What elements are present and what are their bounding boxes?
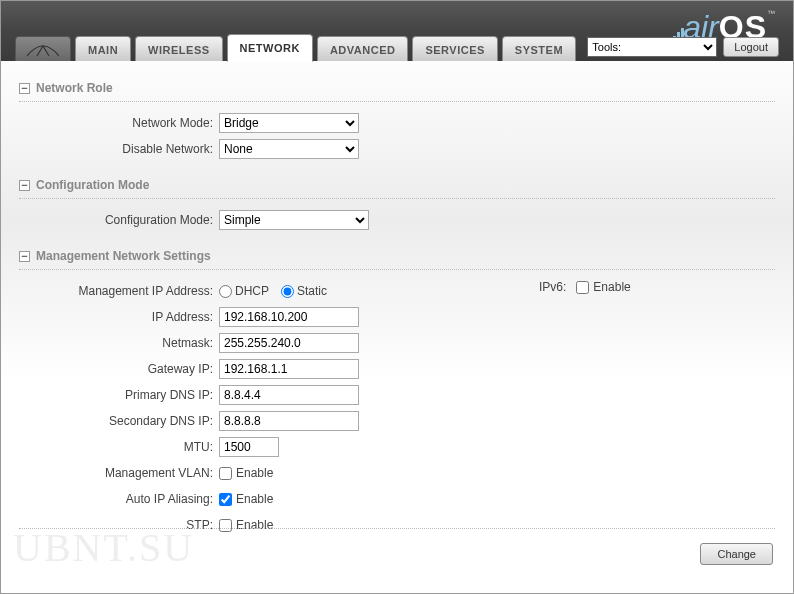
stp-enable-text: Enable bbox=[236, 518, 273, 532]
ip-address-label: IP Address: bbox=[19, 310, 219, 324]
dhcp-text: DHCP bbox=[235, 284, 269, 298]
collapse-icon[interactable]: − bbox=[19, 180, 30, 191]
auto-ip-label: Auto IP Aliasing: bbox=[19, 492, 219, 506]
dns1-input[interactable] bbox=[219, 385, 359, 405]
tab-row: MAIN WIRELESS NETWORK ADVANCED SERVICES … bbox=[15, 34, 580, 62]
static-radio-label[interactable]: Static bbox=[281, 284, 327, 298]
stp-label: STP: bbox=[19, 518, 219, 532]
dhcp-radio-label[interactable]: DHCP bbox=[219, 284, 269, 298]
bottom-divider bbox=[19, 528, 775, 529]
config-mode-label: Configuration Mode: bbox=[19, 213, 219, 227]
section-title: Management Network Settings bbox=[36, 249, 211, 263]
antenna-icon bbox=[27, 42, 59, 58]
section-management-header: − Management Network Settings bbox=[19, 249, 775, 263]
config-mode-select[interactable]: Simple bbox=[219, 210, 369, 230]
tools-select[interactable]: Tools: bbox=[587, 37, 717, 57]
section-divider bbox=[19, 269, 775, 270]
gateway-label: Gateway IP: bbox=[19, 362, 219, 376]
dns2-label: Secondary DNS IP: bbox=[19, 414, 219, 428]
section-config-mode-header: − Configuration Mode bbox=[19, 178, 775, 192]
change-button[interactable]: Change bbox=[700, 543, 773, 565]
tab-services[interactable]: SERVICES bbox=[412, 36, 497, 62]
auto-ip-enable-text: Enable bbox=[236, 492, 273, 506]
section-divider bbox=[19, 101, 775, 102]
network-mode-label: Network Mode: bbox=[19, 116, 219, 130]
tab-network[interactable]: NETWORK bbox=[227, 34, 313, 62]
mtu-label: MTU: bbox=[19, 440, 219, 454]
static-radio[interactable] bbox=[281, 285, 294, 298]
section-divider bbox=[19, 198, 775, 199]
disable-network-select[interactable]: None bbox=[219, 139, 359, 159]
tab-advanced[interactable]: ADVANCED bbox=[317, 36, 409, 62]
header-bar: airOS™ MAIN WIRELESS NETWORK ADVANCED SE… bbox=[1, 1, 793, 61]
tab-wireless[interactable]: WIRELESS bbox=[135, 36, 222, 62]
vlan-checkbox[interactable] bbox=[219, 467, 232, 480]
ipv6-label: IPv6: bbox=[539, 280, 566, 294]
mtu-input[interactable] bbox=[219, 437, 279, 457]
tab-system[interactable]: SYSTEM bbox=[502, 36, 576, 62]
static-text: Static bbox=[297, 284, 327, 298]
dns1-label: Primary DNS IP: bbox=[19, 388, 219, 402]
collapse-icon[interactable]: − bbox=[19, 251, 30, 262]
content-area: − Network Role Network Mode: Bridge Disa… bbox=[1, 61, 793, 593]
section-title: Network Role bbox=[36, 81, 113, 95]
mgmt-ip-mode-group: DHCP Static bbox=[219, 284, 337, 298]
dns2-input[interactable] bbox=[219, 411, 359, 431]
network-mode-select[interactable]: Bridge bbox=[219, 113, 359, 133]
gateway-input[interactable] bbox=[219, 359, 359, 379]
netmask-input[interactable] bbox=[219, 333, 359, 353]
disable-network-label: Disable Network: bbox=[19, 142, 219, 156]
vlan-enable-text: Enable bbox=[236, 466, 273, 480]
stp-checkbox[interactable] bbox=[219, 519, 232, 532]
auto-ip-checkbox[interactable] bbox=[219, 493, 232, 506]
netmask-label: Netmask: bbox=[19, 336, 219, 350]
collapse-icon[interactable]: − bbox=[19, 83, 30, 94]
vlan-label: Management VLAN: bbox=[19, 466, 219, 480]
dhcp-radio[interactable] bbox=[219, 285, 232, 298]
section-network-role-header: − Network Role bbox=[19, 81, 775, 95]
section-title: Configuration Mode bbox=[36, 178, 149, 192]
tab-main[interactable]: MAIN bbox=[75, 36, 131, 62]
header-right-controls: Tools: Logout bbox=[587, 37, 779, 57]
ip-address-input[interactable] bbox=[219, 307, 359, 327]
ipv6-block: IPv6: Enable bbox=[539, 280, 631, 294]
mgmt-ip-mode-label: Management IP Address: bbox=[19, 284, 219, 298]
logout-button[interactable]: Logout bbox=[723, 37, 779, 57]
tab-logo[interactable] bbox=[15, 36, 71, 62]
ipv6-enable-text: Enable bbox=[593, 280, 630, 294]
ipv6-checkbox[interactable] bbox=[576, 281, 589, 294]
